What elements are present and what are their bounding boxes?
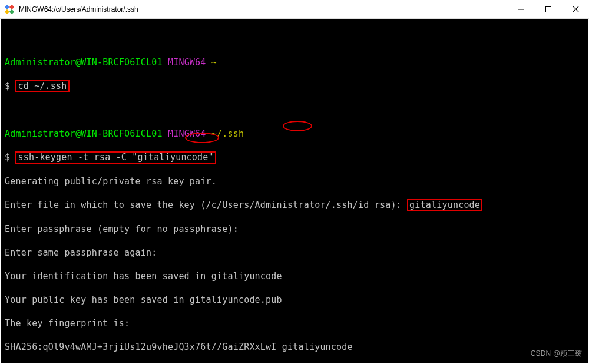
prompt-env: MINGW64 [168, 57, 206, 68]
svg-rect-5 [546, 6, 551, 12]
output-line: Enter same passphrase again: [5, 247, 584, 259]
minimize-button[interactable] [508, 0, 535, 18]
svg-rect-0 [5, 5, 9, 9]
prompt-user-host: Administrator@WIN-BRCFO6ICL01 [5, 128, 163, 139]
highlight-cd-command: cd ~/.ssh [15, 80, 69, 92]
svg-rect-3 [9, 9, 14, 14]
command-line: $ cd ~/.ssh [5, 80, 584, 92]
blank-line [5, 104, 584, 116]
terminal[interactable]: Administrator@WIN-BRCFO6ICL01 MINGW64 ~ … [0, 19, 589, 364]
highlight-keygen-command: ssh-keygen -t rsa -C "gitaliyuncode" [15, 151, 216, 164]
prompt-symbol: $ [5, 152, 15, 163]
prompt-line: Administrator@WIN-BRCFO6ICL01 MINGW64 ~ [5, 57, 584, 68]
prompt-user-host: Administrator@WIN-BRCFO6ICL01 [5, 57, 163, 68]
command-line: $ ssh-keygen -t rsa -C "gitaliyuncode" [5, 151, 584, 164]
prompt-path: ~ [211, 57, 217, 68]
window: MINGW64:/c/Users/Administrator/.ssh Admi… [0, 0, 589, 364]
svg-rect-2 [5, 9, 9, 14]
titlebar[interactable]: MINGW64:/c/Users/Administrator/.ssh [0, 0, 589, 19]
close-button[interactable] [562, 0, 589, 18]
output-line: The key fingerprint is: [5, 317, 584, 329]
window-controls [508, 0, 589, 18]
output-line: Generating public/private rsa key pair. [5, 176, 584, 187]
app-icon [5, 5, 14, 14]
blank-line [5, 33, 584, 45]
output-line: Enter file in which to save the key (/c/… [5, 199, 584, 211]
output-line: Your public key has been saved in gitali… [5, 294, 584, 306]
output-line: Your identification has been saved in gi… [5, 270, 584, 282]
output-line: SHA256:qOl9v4wAMJ+3rjiUs12u9vheJQ3x76t//… [5, 341, 584, 353]
output-line: Enter passphrase (empty for no passphras… [5, 223, 584, 235]
svg-rect-1 [9, 5, 14, 9]
output-text: Enter file in which to save the key (/c/… [5, 200, 407, 210]
maximize-button[interactable] [535, 0, 562, 18]
watermark: CSDN @顾三殇 [531, 348, 582, 359]
prompt-line: Administrator@WIN-BRCFO6ICL01 MINGW64 ~/… [5, 128, 584, 140]
prompt-symbol: $ [5, 81, 15, 91]
prompt-path: ~/.ssh [211, 128, 244, 139]
highlight-filename: gitaliyuncode [407, 199, 482, 211]
prompt-env: MINGW64 [168, 128, 206, 139]
window-title: MINGW64:/c/Users/Administrator/.ssh [19, 5, 508, 14]
